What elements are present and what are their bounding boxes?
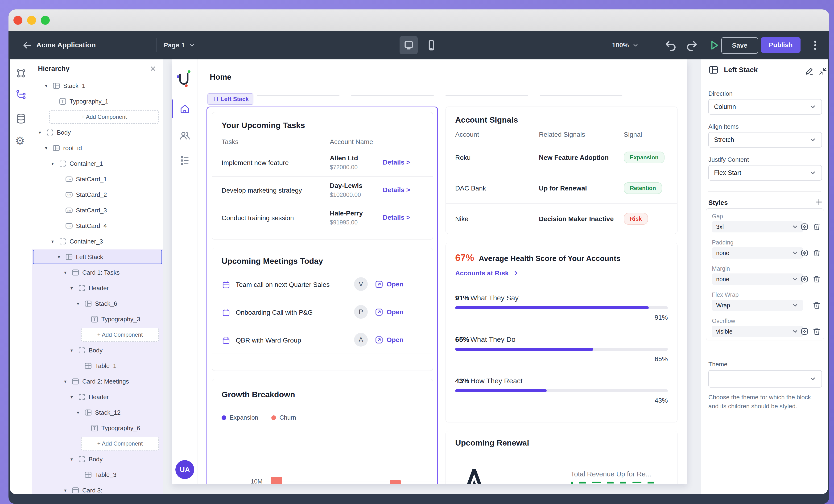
tree-node-stack-6[interactable]: ▾Stack_6 xyxy=(32,296,163,311)
save-button[interactable]: Save xyxy=(721,37,758,54)
align-items-select[interactable]: Stretch xyxy=(708,132,822,148)
back-icon[interactable] xyxy=(23,41,32,49)
database-icon[interactable] xyxy=(16,113,26,124)
expand-arrow-icon[interactable]: ▾ xyxy=(68,285,75,291)
tree-node-body[interactable]: ▾Body xyxy=(32,125,163,140)
redo-icon[interactable] xyxy=(685,39,698,51)
responsive-icon[interactable] xyxy=(800,275,809,284)
tree-node-stack-12[interactable]: ▾Stack_12 xyxy=(32,405,163,420)
hierarchy-tree-icon[interactable] xyxy=(16,90,26,101)
task-details-link[interactable]: Details > xyxy=(383,214,410,221)
mobile-view-button[interactable] xyxy=(425,39,438,51)
direction-select[interactable]: Column xyxy=(708,99,822,114)
publish-button[interactable]: Publish xyxy=(761,37,800,53)
justify-content-select[interactable]: Flex Start xyxy=(708,165,822,180)
tree-node-table-3[interactable]: Table_3 xyxy=(32,467,163,483)
open-external-icon[interactable] xyxy=(374,307,384,317)
tree-node-statcard-1[interactable]: 123StatCard_1 xyxy=(32,171,163,187)
traffic-light-minimize[interactable] xyxy=(27,16,36,25)
tree-node-label: root_id xyxy=(63,145,82,152)
delete-style-icon[interactable] xyxy=(812,327,821,336)
expand-arrow-icon[interactable]: ▾ xyxy=(43,145,49,151)
tasks-nav-icon[interactable] xyxy=(179,155,191,166)
tree-node-body[interactable]: ▾Body xyxy=(32,343,163,358)
task-details-link[interactable]: Details > xyxy=(383,186,410,194)
delete-style-icon[interactable] xyxy=(812,248,821,258)
delete-style-icon[interactable] xyxy=(812,275,821,284)
responsive-icon[interactable] xyxy=(800,248,809,258)
tree-node-stack-1[interactable]: ▾Stack_1 xyxy=(32,78,163,93)
overflow-select[interactable]: visible xyxy=(712,326,803,337)
delete-style-icon[interactable] xyxy=(812,301,821,310)
tree-node-container-3[interactable]: ▾Container_3 xyxy=(32,234,163,249)
more-options-icon[interactable] xyxy=(809,39,821,51)
tree-node-statcard-4[interactable]: 123StatCard_4 xyxy=(32,218,163,234)
undo-icon[interactable] xyxy=(665,39,677,51)
tree-node-card-3-[interactable]: ▾Card 3: xyxy=(32,483,163,494)
responsive-icon[interactable] xyxy=(800,222,809,231)
expand-arrow-icon[interactable]: ▾ xyxy=(49,239,56,244)
zoom-control[interactable]: 100% xyxy=(612,42,639,49)
tree-node-table-1[interactable]: Table_1 xyxy=(32,358,163,374)
renewal-menu-icon[interactable]: ... xyxy=(521,435,530,444)
expand-arrow-icon[interactable]: ▾ xyxy=(75,410,81,415)
margin-select[interactable]: none xyxy=(712,273,803,285)
home-nav-icon[interactable] xyxy=(179,103,191,114)
close-icon[interactable] xyxy=(149,65,157,73)
tree-node-body[interactable]: ▾Body xyxy=(32,452,163,467)
meeting-open-link[interactable]: Open xyxy=(387,308,403,316)
tree-node-card-2-meetings[interactable]: ▾Card 2: Meetings xyxy=(32,374,163,389)
expand-arrow-icon[interactable]: ▾ xyxy=(75,301,81,306)
flex-wrap-select[interactable]: Wrap xyxy=(712,300,803,311)
open-external-icon[interactable] xyxy=(374,280,384,289)
traffic-light-close[interactable] xyxy=(14,16,22,25)
tree-node-container-1[interactable]: ▾Container_1 xyxy=(32,156,163,171)
expand-arrow-icon[interactable]: ▾ xyxy=(68,456,75,462)
expand-arrow-icon[interactable]: ▾ xyxy=(62,270,69,275)
page-selector[interactable]: Page 1 xyxy=(163,42,195,49)
theme-select[interactable] xyxy=(708,370,822,388)
add-component-button[interactable]: + Add Component xyxy=(49,110,159,124)
meeting-open-link[interactable]: Open xyxy=(387,336,403,344)
expand-arrow-icon[interactable]: ▾ xyxy=(62,378,69,384)
expand-arrow-icon[interactable]: ▾ xyxy=(43,83,49,89)
responsive-icon[interactable] xyxy=(800,327,809,336)
tree-node-left-stack[interactable]: ▾Left Stack xyxy=(32,249,163,265)
settings-gear-icon[interactable]: ⚙ xyxy=(15,134,25,147)
accounts-nav-icon[interactable] xyxy=(179,130,191,141)
expand-arrow-icon[interactable]: ▾ xyxy=(68,394,75,400)
frame-tool-icon[interactable] xyxy=(16,68,26,79)
add-component-button[interactable]: + Add Component xyxy=(81,437,159,451)
expand-arrow-icon[interactable]: ▾ xyxy=(37,130,43,135)
tree-node-root-id[interactable]: ▾root_id xyxy=(32,140,163,156)
gap-select[interactable]: 3xl xyxy=(712,221,803,233)
expand-arrow-icon[interactable]: ▾ xyxy=(56,254,62,260)
expand-arrow-icon[interactable]: ▾ xyxy=(68,348,75,353)
tree-node-header[interactable]: ▾Header xyxy=(32,280,163,296)
user-avatar[interactable]: UA xyxy=(175,460,194,479)
collapse-panel-icon[interactable] xyxy=(818,66,828,76)
selected-block-badge[interactable]: Left Stack xyxy=(207,93,254,105)
tree-node-statcard-3[interactable]: 123StatCard_3 xyxy=(32,202,163,218)
tree-node-typography-6[interactable]: Typography_6 xyxy=(32,420,163,436)
meeting-open-link[interactable]: Open xyxy=(387,281,403,288)
tree-node-header[interactable]: ▾Header xyxy=(32,389,163,405)
tree-node-typography-3[interactable]: Typography_3 xyxy=(32,311,163,327)
preview-play-icon[interactable] xyxy=(708,40,720,51)
expand-arrow-icon[interactable]: ▾ xyxy=(62,487,69,493)
left-stack-selection[interactable]: Your Upcoming Tasks Tasks Account Name I… xyxy=(206,107,438,484)
tree-node-card-1-tasks[interactable]: ▾Card 1: Tasks xyxy=(32,265,163,280)
expand-arrow-icon[interactable]: ▾ xyxy=(49,161,56,167)
traffic-light-zoom[interactable] xyxy=(41,16,50,25)
open-external-icon[interactable] xyxy=(374,335,384,345)
delete-style-icon[interactable] xyxy=(812,222,821,231)
tree-node-typography-1[interactable]: Typography_1 xyxy=(32,93,163,109)
tree-node-statcard-2[interactable]: 123StatCard_2 xyxy=(32,187,163,202)
task-details-link[interactable]: Details > xyxy=(383,159,410,166)
desktop-view-button[interactable] xyxy=(399,36,418,54)
rename-pencil-icon[interactable] xyxy=(805,66,814,76)
padding-select[interactable]: none xyxy=(712,247,803,259)
accounts-at-risk-link[interactable]: Accounts at Risk xyxy=(455,269,520,277)
add-style-icon[interactable] xyxy=(814,198,824,206)
add-component-button[interactable]: + Add Component xyxy=(81,328,159,342)
